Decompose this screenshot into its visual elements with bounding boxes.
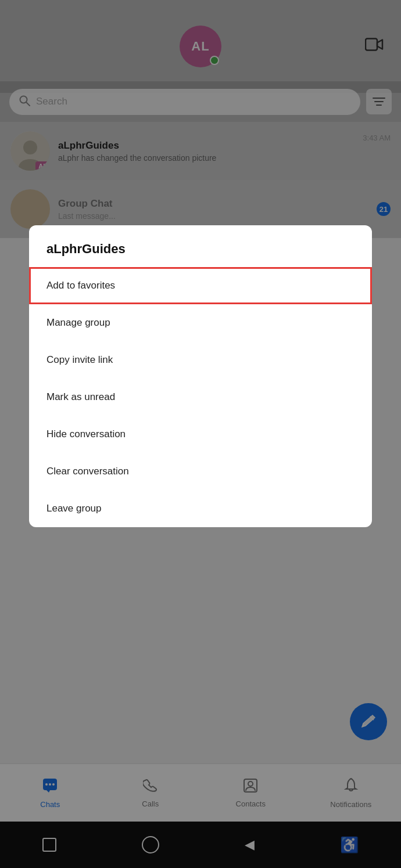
modal-title: aLphrGuides: [29, 225, 372, 267]
menu-item-clear-conversation[interactable]: Clear conversation: [29, 453, 372, 490]
menu-item-manage-group[interactable]: Manage group: [29, 304, 372, 341]
menu-item-copy-invite[interactable]: Copy invite link: [29, 341, 372, 379]
context-menu-modal: aLphrGuides Add to favorites Manage grou…: [29, 225, 372, 527]
menu-item-hide-conversation[interactable]: Hide conversation: [29, 416, 372, 453]
menu-item-mark-unread[interactable]: Mark as unread: [29, 379, 372, 416]
menu-item-add-favorites[interactable]: Add to favorites: [29, 267, 372, 304]
menu-item-leave-group[interactable]: Leave group: [29, 490, 372, 527]
